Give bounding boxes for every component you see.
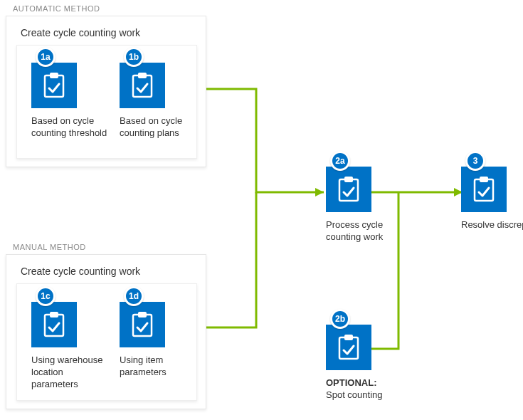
tile-1b — [120, 63, 165, 108]
tile-2a — [326, 167, 371, 212]
label-1d: Using item parameters — [120, 355, 198, 379]
svg-marker-0 — [315, 188, 324, 196]
label-2b: OPTIONAL: Spot counting — [326, 377, 411, 401]
clipboard-check-icon — [130, 71, 154, 100]
clipboard-check-icon — [472, 175, 496, 204]
label-1b: Based on cycle counting plans — [120, 115, 198, 140]
clipboard-check-icon — [337, 175, 361, 204]
node-1c: 1c Using warehouse location parameters — [31, 296, 110, 391]
badge-3: 3 — [465, 151, 485, 171]
label-3: Resolve discrepancy — [461, 219, 523, 231]
clipboard-check-icon — [337, 333, 361, 362]
svg-rect-5 — [138, 73, 147, 78]
svg-rect-15 — [480, 177, 488, 182]
badge-1a: 1a — [36, 47, 56, 67]
svg-rect-12 — [339, 337, 358, 359]
svg-rect-3 — [50, 73, 58, 78]
label-2b-text: Spot counting — [326, 389, 383, 400]
svg-rect-10 — [339, 179, 358, 201]
clipboard-check-icon — [42, 310, 66, 339]
label-2b-prefix: OPTIONAL: — [326, 377, 377, 388]
svg-rect-14 — [475, 179, 493, 201]
badge-2b: 2b — [330, 309, 350, 329]
automatic-method-label: AUTOMATIC METHOD — [13, 4, 100, 13]
label-1a: Based on cycle counting threshold — [31, 115, 110, 140]
tile-1c — [31, 302, 77, 347]
svg-rect-9 — [138, 312, 147, 317]
node-2a: 2a Process cycle counting work — [326, 161, 411, 243]
clipboard-check-icon — [130, 310, 154, 339]
svg-rect-7 — [50, 312, 58, 317]
svg-rect-2 — [45, 75, 63, 97]
svg-rect-8 — [133, 315, 152, 336]
node-1d: 1d Using item parameters — [120, 296, 198, 379]
tile-1d — [120, 302, 165, 347]
tile-3 — [461, 167, 507, 212]
svg-rect-13 — [344, 335, 353, 340]
clipboard-check-icon — [42, 71, 66, 100]
badge-1b: 1b — [124, 47, 144, 67]
svg-rect-4 — [133, 75, 152, 97]
node-1a: 1a Based on cycle counting threshold — [31, 57, 110, 140]
badge-2a: 2a — [330, 151, 350, 171]
manual-subtitle: Create cycle counting work — [21, 266, 140, 277]
node-1b: 1b Based on cycle counting plans — [120, 57, 198, 140]
node-3: 3 Resolve discrepancy — [461, 161, 523, 231]
automatic-subtitle: Create cycle counting work — [21, 27, 140, 38]
badge-1d: 1d — [124, 286, 144, 306]
label-1c: Using warehouse location parameters — [31, 355, 110, 391]
tile-2b — [326, 325, 371, 370]
manual-method-label: MANUAL METHOD — [13, 243, 86, 251]
label-2a: Process cycle counting work — [326, 219, 411, 243]
svg-rect-11 — [344, 177, 353, 182]
svg-rect-6 — [45, 315, 63, 336]
badge-1c: 1c — [36, 286, 56, 306]
node-2b: 2b OPTIONAL: Spot counting — [326, 319, 411, 401]
tile-1a — [31, 63, 77, 108]
